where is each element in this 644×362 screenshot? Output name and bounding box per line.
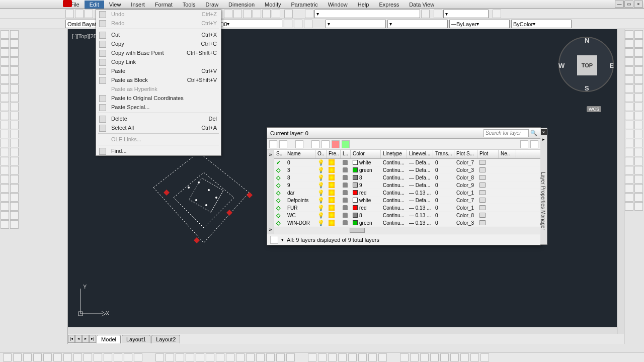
modify-tool-4[interactable] — [10, 66, 19, 75]
viewcube-east[interactable]: E — [609, 62, 614, 69]
settings-icon[interactable] — [530, 140, 538, 148]
menu-draw[interactable]: Draw — [200, 1, 223, 9]
printer-icon[interactable] — [479, 220, 486, 225]
status-toggle-43[interactable] — [470, 353, 479, 361]
mleader-icon[interactable] — [493, 10, 501, 18]
new-group-icon[interactable] — [295, 140, 303, 148]
search-icon[interactable]: 🔍 — [530, 130, 537, 136]
lock-icon[interactable] — [343, 175, 348, 180]
set-current-icon[interactable] — [342, 140, 350, 148]
status-toggle-15[interactable] — [166, 353, 174, 361]
bulb-icon[interactable]: 💡 — [317, 167, 325, 173]
modify-tool-7[interactable] — [10, 94, 19, 102]
status-toggle-23[interactable] — [246, 353, 255, 361]
right-tool-a-13[interactable] — [625, 148, 633, 156]
lock-icon[interactable] — [343, 160, 348, 165]
draw-tool-9[interactable] — [1, 112, 9, 120]
draw-tool-19[interactable] — [1, 202, 9, 211]
tool-palettes-icon[interactable] — [243, 10, 252, 18]
bulb-icon[interactable]: 💡 — [317, 212, 325, 219]
right-tool-a-5[interactable] — [625, 75, 633, 84]
layer-row[interactable]: ◇3💡greenContinu...— Defa...0Color_3 — [274, 166, 540, 174]
status-toggle-41[interactable] — [450, 353, 459, 361]
color-combo[interactable]: ▾ — [326, 20, 386, 28]
right-tool-a-10[interactable] — [625, 121, 633, 129]
lock-icon[interactable] — [343, 190, 348, 195]
viewcube-west[interactable]: W — [558, 62, 565, 69]
status-toggle-12[interactable] — [124, 353, 132, 361]
right-tool-a-19[interactable] — [625, 202, 633, 211]
printer-icon[interactable] — [479, 183, 486, 188]
restore-button[interactable]: ▭ — [624, 1, 633, 8]
new-layer-icon[interactable] — [269, 140, 277, 148]
printer-icon[interactable] — [479, 167, 486, 172]
status-toggle-33[interactable] — [358, 353, 367, 361]
status-toggle-31[interactable] — [338, 353, 347, 361]
menuitem-find-[interactable]: Find... — [96, 146, 221, 155]
modify-tool-1[interactable] — [10, 39, 19, 48]
draw-tool-21[interactable] — [1, 220, 9, 229]
printer-icon[interactable] — [479, 213, 486, 218]
bulb-icon[interactable]: 💡 — [317, 220, 325, 226]
layer-search-input[interactable] — [484, 129, 529, 137]
draw-tool-16[interactable] — [1, 175, 9, 184]
status-toggle-25[interactable] — [266, 353, 275, 361]
invert-filter-icon[interactable]: » — [269, 226, 272, 232]
printer-icon[interactable] — [479, 205, 486, 210]
lock-icon[interactable] — [343, 220, 348, 225]
right-tool-a-0[interactable] — [625, 30, 633, 39]
menu-insert[interactable]: Insert — [126, 1, 150, 9]
right-tool-b-7[interactable] — [634, 94, 643, 102]
status-toggle-36[interactable] — [400, 353, 409, 361]
right-tool-a-15[interactable] — [625, 166, 633, 174]
layer-row[interactable]: ◇WC💡8Continu...— 0.13 ...0Color_8 — [274, 212, 540, 219]
modify-tool-19[interactable] — [10, 202, 19, 211]
layer-properties-panel[interactable]: Current layer: 0 🔍 » » S.. Name — [267, 127, 541, 245]
modify-tool-14[interactable] — [10, 157, 19, 165]
status-toggle-6[interactable] — [63, 353, 72, 361]
printer-icon[interactable] — [479, 175, 486, 180]
status-toggle-27[interactable] — [286, 353, 295, 361]
textstyle-icon[interactable] — [305, 10, 313, 18]
draw-tool-8[interactable] — [1, 103, 9, 111]
right-tool-a-6[interactable] — [625, 84, 633, 93]
horizontal-scrollbar[interactable] — [68, 327, 617, 334]
modify-tool-20[interactable] — [10, 211, 19, 220]
sun-icon[interactable] — [329, 167, 335, 173]
lock-icon[interactable] — [343, 183, 348, 188]
right-tool-b-14[interactable] — [634, 157, 643, 165]
right-tool-b-16[interactable] — [634, 175, 643, 184]
right-tool-b-11[interactable] — [634, 130, 643, 138]
modify-tool-15[interactable] — [10, 166, 19, 174]
modify-tool-0[interactable] — [10, 30, 19, 39]
status-toggle-30[interactable] — [328, 353, 337, 361]
status-toggle-18[interactable] — [196, 353, 204, 361]
bulb-icon[interactable]: 💡 — [317, 182, 325, 189]
right-tool-a-4[interactable] — [625, 66, 633, 75]
draw-tool-17[interactable] — [1, 184, 9, 193]
design-center-icon[interactable] — [233, 10, 242, 18]
right-tool-a-2[interactable] — [625, 48, 633, 57]
status-toggle-0[interactable] — [3, 353, 12, 361]
draw-tool-10[interactable] — [1, 121, 9, 129]
lock-icon[interactable] — [343, 167, 348, 172]
layer-row[interactable]: ◇FUR💡redContinu...— 0.13 ...0Color_1 — [274, 204, 540, 212]
menu-help[interactable]: Help — [353, 1, 374, 9]
right-tool-a-16[interactable] — [625, 175, 633, 184]
delete-layer-icon[interactable] — [332, 140, 340, 148]
right-tool-b-17[interactable] — [634, 184, 643, 193]
modify-tool-8[interactable] — [10, 103, 19, 111]
status-toggle-34[interactable] — [368, 353, 377, 361]
printer-icon[interactable] — [479, 160, 486, 165]
viewcube-south[interactable]: S — [585, 84, 589, 92]
status-toggle-29[interactable] — [318, 353, 327, 361]
menu-window[interactable]: Window — [323, 1, 353, 9]
modify-tool-2[interactable] — [10, 48, 19, 57]
modify-tool-10[interactable] — [10, 121, 19, 129]
status-toggle-24[interactable] — [256, 353, 265, 361]
menuitem-cut[interactable]: CutCtrl+X — [96, 30, 221, 39]
layer-hscroll[interactable] — [274, 227, 540, 234]
menu-express[interactable]: Express — [374, 1, 404, 9]
right-tool-b-6[interactable] — [634, 84, 643, 93]
right-tool-b-3[interactable] — [634, 57, 643, 66]
